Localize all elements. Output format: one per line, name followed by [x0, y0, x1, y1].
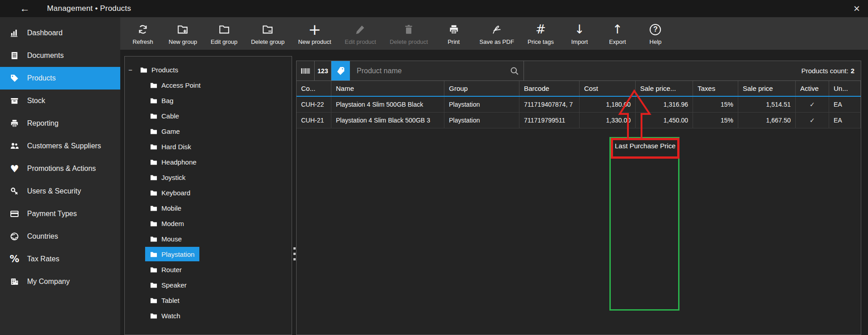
tree-item-cable[interactable]: Cable — [125, 108, 292, 123]
folder-icon — [150, 221, 157, 226]
new-group-button[interactable]: New group — [162, 17, 204, 50]
delete-group-button[interactable]: Delete group — [244, 17, 291, 50]
price-tags-button[interactable]: Price tags — [521, 17, 561, 50]
cell-sale-price: 1,667.50 — [738, 113, 796, 128]
barcode-icon — [301, 68, 311, 74]
cell-barcode: 711719799511 — [519, 113, 580, 128]
numeric-filter-button[interactable]: 123 — [315, 61, 331, 80]
selected-tree-item: Playstation — [145, 247, 199, 261]
sidebar-item-users-security[interactable]: Users & Security — [0, 180, 120, 203]
price-tag-icon — [9, 73, 20, 84]
new-product-button[interactable]: New product — [292, 17, 338, 50]
folder-icon — [150, 205, 157, 211]
cell-sale-price-taxes: 1,450.00 — [636, 113, 693, 128]
heart-icon: ♥ — [9, 163, 20, 174]
cell-unit: EA — [829, 113, 861, 128]
cell-group: Playstation — [444, 97, 519, 112]
window-title: Management • Products — [47, 4, 131, 13]
import-button[interactable]: Import — [561, 17, 599, 50]
column-header-sale-price-taxes[interactable]: Sale price... — [636, 81, 693, 96]
table-row[interactable]: CUH-22 Playstaion 4 Slim 500GB Black Pla… — [297, 97, 861, 113]
tree-item-game[interactable]: Game — [125, 123, 292, 139]
products-count: Products count:2 — [524, 61, 861, 80]
export-button[interactable]: Export — [599, 17, 637, 50]
column-header-barcode[interactable]: Barcode — [519, 81, 580, 96]
column-header-sale-price[interactable]: Sale price — [738, 81, 796, 96]
folder-icon — [150, 313, 157, 319]
arrow-down-icon — [575, 23, 585, 36]
tree-item-headphone[interactable]: Headphone — [125, 154, 292, 170]
tree-item-mouse[interactable]: Mouse — [125, 231, 292, 246]
cell-unit: EA — [829, 97, 861, 112]
sidebar-item-documents[interactable]: Documents — [0, 44, 120, 67]
sidebar: Dashboard Documents Products Stock Repor… — [0, 17, 120, 335]
tree-item-hard-disk[interactable]: Hard Disk — [125, 139, 292, 154]
folder-icon — [150, 82, 157, 88]
documents-icon — [9, 50, 20, 61]
folder-icon — [140, 67, 147, 73]
column-header-code[interactable]: Co... — [297, 81, 331, 96]
tree-item-access-point[interactable]: Access Point — [125, 77, 292, 93]
column-header-taxes[interactable]: Taxes — [693, 81, 738, 96]
folder-plus-icon — [177, 23, 189, 36]
column-header-unit[interactable]: Un... — [829, 81, 861, 96]
pdf-icon — [491, 23, 503, 36]
edit-group-button[interactable]: Edit group — [204, 17, 244, 50]
percent-icon: % — [9, 254, 20, 264]
tree-item-tablet[interactable]: Tablet — [125, 293, 292, 308]
sidebar-item-promotions[interactable]: ♥ Promotions & Actions — [0, 157, 120, 180]
arrow-up-icon — [613, 23, 623, 36]
sidebar-item-payment-types[interactable]: Payment Types — [0, 203, 120, 225]
table-row[interactable]: CUH-21 Playstation 4 Slim Black 500GB 3 … — [297, 113, 861, 128]
tree-item-joystick[interactable]: Joystick — [125, 170, 292, 185]
sidebar-item-stock[interactable]: Stock — [0, 90, 120, 112]
plus-icon — [308, 23, 321, 36]
tag-filter-button[interactable] — [331, 61, 350, 80]
sidebar-item-tax-rates[interactable]: % Tax Rates — [0, 248, 120, 270]
delete-product-button[interactable]: Delete product — [383, 17, 435, 50]
column-header-active[interactable]: Active — [796, 81, 829, 96]
save-as-pdf-button[interactable]: Save as PDF — [473, 17, 521, 50]
tree-root-products[interactable]: Products — [125, 62, 292, 77]
report-printer-icon — [9, 118, 20, 129]
search-bar: 123 Products count:2 — [297, 61, 861, 81]
tree-item-playstation[interactable]: Playstation — [125, 246, 292, 262]
print-button[interactable]: Print — [435, 17, 473, 50]
sidebar-item-dashboard[interactable]: Dashboard — [0, 22, 120, 44]
bar-chart-icon — [9, 28, 20, 38]
sidebar-item-countries[interactable]: Countries — [0, 225, 120, 248]
collapse-icon[interactable] — [128, 66, 140, 74]
back-arrow-icon[interactable] — [20, 4, 33, 14]
tree-item-mobile[interactable]: Mobile — [125, 200, 292, 216]
column-header-group[interactable]: Group — [444, 81, 519, 96]
sidebar-item-my-company[interactable]: My Company — [0, 270, 120, 293]
building-icon — [9, 276, 20, 287]
column-header-name[interactable]: Name — [331, 81, 444, 96]
products-count-value: 2 — [851, 67, 854, 75]
barcode-filter-button[interactable] — [297, 61, 315, 80]
folder-icon — [150, 267, 157, 273]
tree-item-modem[interactable]: Modem — [125, 216, 292, 231]
question-icon — [650, 24, 661, 35]
cell-cost: 1,180.00 — [580, 97, 636, 112]
stock-box-icon — [9, 95, 20, 106]
refresh-button[interactable]: Refresh — [124, 17, 162, 50]
edit-product-button[interactable]: Edit product — [338, 17, 383, 50]
help-button[interactable]: Help — [637, 17, 675, 50]
cell-cost: 1,330.00 — [580, 113, 636, 128]
tree-item-router[interactable]: Router — [125, 262, 292, 277]
tree-item-speaker[interactable]: Speaker — [125, 277, 292, 293]
close-icon[interactable] — [854, 3, 860, 14]
search-button[interactable] — [505, 61, 524, 80]
folder-minus-icon — [262, 23, 274, 36]
folder-icon — [150, 159, 157, 165]
column-header-cost[interactable]: Cost — [580, 81, 636, 96]
tree-item-keyboard[interactable]: Keyboard — [125, 185, 292, 200]
sidebar-item-products[interactable]: Products — [0, 67, 120, 90]
cell-name: Playstaion 4 Slim 500GB Black — [331, 97, 444, 112]
search-input[interactable] — [357, 67, 505, 75]
sidebar-item-reporting[interactable]: Reporting — [0, 112, 120, 135]
tree-item-watch[interactable]: Watch — [125, 308, 292, 323]
tree-item-bag[interactable]: Bag — [125, 93, 292, 108]
sidebar-item-customers-suppliers[interactable]: Customers & Suppliers — [0, 135, 120, 157]
